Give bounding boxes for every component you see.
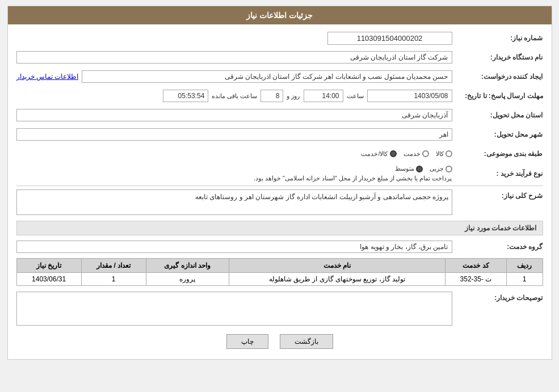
- col-tedad: تعداد / مقدار: [81, 259, 146, 273]
- tabaghe-label: طبقه بندی موضوعی:: [452, 150, 543, 158]
- mohlet-value-col: 1403/05/08 ساعت 14:00 روز و 8 ساعت باقی …: [16, 90, 452, 102]
- service-section-header: اطلاعات خدمات مورد نیاز: [16, 221, 543, 235]
- nooe-farayand-row: نوع فرآیند خرید : جزیی متوسط پرداخت تمام…: [16, 165, 543, 182]
- radio-kala-khedmat-circle: [390, 150, 397, 157]
- mohlet-baqi-field: 05:53:54: [163, 90, 208, 102]
- ostan-label: استان محل تحویل:: [452, 111, 543, 119]
- col-tarikh: تاریخ نیاز: [16, 259, 81, 273]
- tabaghe-value-col: کالا خدمت کالا/خدمت: [16, 150, 452, 158]
- name-dastgah-field: شرکت گاز استان اذربایجان شرقی: [16, 51, 452, 64]
- back-button[interactable]: بازگشت: [280, 334, 333, 349]
- sharh-field: پروژه حجمی ساماندهی و آرشیو ازبیلت انشعا…: [16, 189, 452, 215]
- nooe-farayand-radio-group: جزیی متوسط: [395, 165, 452, 172]
- radio-motawaset-label: متوسط: [395, 165, 414, 172]
- radio-khedmat[interactable]: خدمت: [404, 150, 429, 158]
- radio-motawaset[interactable]: متوسط: [395, 165, 423, 172]
- radio-kala-khedmat-label: کالا/خدمت: [361, 150, 388, 158]
- print-button[interactable]: چاپ: [226, 334, 268, 349]
- col-kod: کد خدمت: [445, 259, 507, 273]
- grooh-value-col: تامین برق، گاز، بخار و تهویه هوا: [16, 241, 452, 253]
- shemarah-label: شماره نیاز:: [452, 34, 543, 42]
- shemarah-field: 1103091504000202: [327, 32, 452, 45]
- baqi-label: ساعت باقی مانده: [212, 92, 257, 100]
- contact-link[interactable]: اطلاعات تماس خریدار: [16, 73, 79, 81]
- nooe-farayand-value-col: جزیی متوسط پرداخت تمام یا بخشی از مبلغ خ…: [16, 165, 452, 182]
- ijad-label: ایجاد کننده درخواست:: [452, 73, 543, 81]
- radio-jozi-circle: [445, 166, 452, 172]
- services-table: ردیف کد خدمت نام خدمت واحد اندازه گیری ت…: [16, 258, 543, 286]
- radio-jozi[interactable]: جزیی: [430, 165, 452, 172]
- sharh-section: شرح کلی نیاز: پروژه حجمی ساماندهی و آرشی…: [16, 189, 543, 215]
- shahr-value-col: اهر: [16, 128, 452, 141]
- grooh-field: تامین برق، گاز، بخار و تهویه هوا: [16, 241, 452, 253]
- content-area: شماره نیاز: 1103091504000202 نام دستگاه …: [8, 24, 552, 359]
- ijad-value-col: حسن محمدیان مسئول نصب و انشعابات اهر شرک…: [16, 70, 452, 83]
- ostan-field: آذربایجان شرقی: [16, 109, 452, 121]
- ijad-row: ایجاد کننده درخواست: حسن محمدیان مسئول ن…: [16, 69, 543, 85]
- shemarah-value-col: 1103091504000202: [16, 32, 452, 45]
- radio-kala-khedmat[interactable]: کالا/خدمت: [361, 150, 396, 158]
- radio-khedmat-label: خدمت: [404, 150, 421, 158]
- nooe-farayand-label: نوع فرآیند خرید :: [452, 170, 543, 178]
- table-row: 1 ت -35-352 تولید گاز، توزیع سوختهای گاز…: [16, 273, 543, 286]
- mohlet-nested: 1403/05/08 ساعت 14:00 روز و 8 ساعت باقی …: [163, 90, 452, 102]
- cell-tedad: 1: [81, 273, 146, 286]
- header-title: جزئیات اطلاعات نیاز: [246, 11, 313, 20]
- table-header-row: ردیف کد خدمت نام خدمت واحد اندازه گیری ت…: [16, 259, 543, 273]
- buyer-desc-label: توصیحات خریدار:: [452, 292, 543, 302]
- cell-vahed: پروره: [146, 273, 229, 286]
- shemarah-row: شماره نیاز: 1103091504000202: [16, 30, 543, 46]
- shahr-field: اهر: [16, 128, 452, 141]
- cell-tarikh: 1403/06/31: [16, 273, 81, 286]
- grooh-label: گروه خدمت:: [452, 243, 543, 251]
- mohlet-row: مهلت ارسال پاسخ: تا تاریخ: 1403/05/08 سا…: [16, 88, 543, 104]
- buyer-desc-textarea[interactable]: [16, 292, 452, 326]
- ijad-field: حسن محمدیان مسئول نصب و انشعابات اهر شرک…: [82, 70, 452, 83]
- mohlet-date-field: 1403/05/08: [367, 90, 452, 102]
- ostan-row: استان محل تحویل: آذربایجان شرقی: [16, 107, 543, 123]
- mohlet-rooz-field: 8: [260, 90, 283, 102]
- radio-kala-label: کالا: [436, 150, 444, 158]
- radio-motawaset-circle: [416, 166, 423, 172]
- grooh-row: گروه خدمت: تامین برق، گاز، بخار و تهویه …: [16, 239, 543, 255]
- cell-radif: 1: [506, 273, 543, 286]
- sharh-label: شرح کلی نیاز:: [452, 189, 543, 200]
- cell-name: تولید گاز، توزیع سوختهای گازی از طریق شا…: [229, 273, 445, 286]
- divider-1: [16, 186, 543, 186]
- mohlet-label: مهلت ارسال پاسخ: تا تاریخ:: [452, 92, 543, 100]
- shahr-row: شهر محل تحویل: اهر: [16, 127, 543, 142]
- radio-kala-circle: [445, 150, 452, 157]
- buyer-desc-section: توصیحات خریدار:: [16, 292, 543, 327]
- col-vahed: واحد اندازه گیری: [146, 259, 229, 273]
- buyer-desc-content: [16, 292, 452, 327]
- mohlet-saat-field: 14:00: [304, 90, 343, 102]
- rooz-label: روز و: [287, 92, 300, 100]
- col-name: نام خدمت: [229, 259, 445, 273]
- col-radif: ردیف: [506, 259, 543, 273]
- radio-khedmat-circle: [422, 150, 429, 157]
- buttons-row: بازگشت چاپ: [16, 334, 543, 349]
- tabaghe-radio-group: کالا خدمت کالا/خدمت: [361, 150, 452, 158]
- radio-kala[interactable]: کالا: [436, 150, 452, 158]
- name-dastgah-label: نام دستگاه خریدار:: [452, 53, 543, 61]
- main-container: جزئیات اطلاعات نیاز شماره نیاز: 11030915…: [7, 6, 552, 360]
- farayand-note: پرداخت تمام یا بخشی از مبلغ خریدار از مح…: [254, 175, 452, 182]
- name-dastgah-row: نام دستگاه خریدار: شرکت گاز استان اذربای…: [16, 49, 543, 65]
- ostan-value-col: آذربایجان شرقی: [16, 109, 452, 121]
- name-dastgah-value-col: شرکت گاز استان اذربایجان شرقی: [16, 51, 452, 64]
- radio-jozi-label: جزیی: [430, 165, 444, 172]
- page-header: جزئیات اطلاعات نیاز: [8, 6, 552, 24]
- saat-label: ساعت: [347, 92, 364, 100]
- shahr-label: شهر محل تحویل:: [452, 130, 543, 138]
- cell-kod: ت -35-352: [445, 273, 507, 286]
- tabaghe-row: طبقه بندی موضوعی: کالا خدمت کالا/خدمت: [16, 146, 543, 162]
- sharh-content: پروژه حجمی ساماندهی و آرشیو ازبیلت انشعا…: [16, 189, 452, 215]
